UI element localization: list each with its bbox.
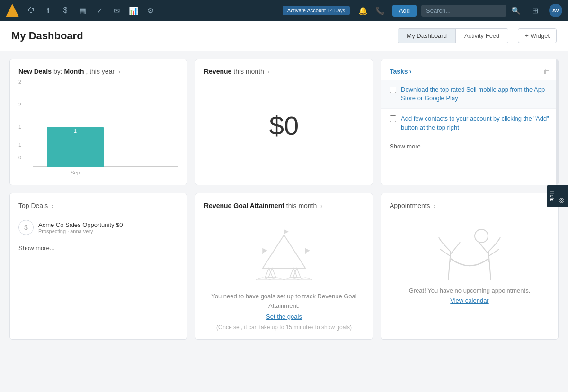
mountain-illustration (246, 226, 322, 287)
new-deals-title: New Deals by: Month , this year › (18, 68, 178, 75)
deal-amount-value: $0 (116, 221, 123, 228)
new-deals-label: New Deals (18, 68, 52, 75)
chart-bar-sep: 1 (47, 127, 104, 167)
revenue-goal-label: Revenue Goal Attainment (204, 202, 284, 209)
deals-show-more[interactable]: Show more... (18, 244, 55, 252)
top-navigation: ⏱ ℹ $ ▦ ✓ ✉ 📊 ⚙ Activate Account 14 Days… (0, 0, 568, 21)
goal-illustration (204, 216, 364, 292)
revenue-period-text: this month (233, 68, 264, 75)
top-deals-label: Top Deals (18, 202, 48, 209)
top-deals-card: Top Deals › $ Acme Co Sales Opportunity … (9, 193, 187, 340)
revenue-card: Revenue this month › $0 (195, 59, 373, 185)
appointments-body: Great! You have no upcoming appointments… (390, 287, 550, 294)
deal-item: $ Acme Co Sales Opportunity $0 Prospecti… (18, 216, 178, 239)
grid-icon[interactable]: ⊞ (527, 3, 542, 18)
add-button[interactable]: Add (392, 5, 417, 17)
tasks-arrow-icon: › (409, 68, 412, 75)
activate-account-button[interactable]: Activate Account 14 Days (283, 6, 350, 15)
set-goals-link[interactable]: Set the goals (204, 313, 364, 320)
hammock-illustration (436, 226, 503, 282)
scrollbar-indicator (556, 59, 558, 185)
tab-activity-feed[interactable]: Activity Feed (456, 29, 508, 43)
info-icon[interactable]: ℹ (41, 3, 56, 18)
tasks-title: Tasks (390, 68, 408, 75)
main-content: New Deals by: Month , this year › 2 2 1 … (0, 51, 568, 347)
task-1-text: Download the top rated Sell mobile app f… (401, 86, 550, 103)
tab-my-dashboard[interactable]: My Dashboard (398, 29, 455, 43)
appointments-illustration (390, 216, 550, 287)
deal-sub: Prospecting · anna very (38, 228, 123, 234)
task-item-1: Download the top rated Sell mobile app f… (381, 80, 558, 109)
revenue-label: Revenue (204, 68, 231, 75)
add-widget-button[interactable]: + Widget (518, 28, 557, 43)
revenue-goal-title: Revenue Goal Attainment this month › (204, 202, 364, 209)
tasks-show-more[interactable]: Show more... (390, 143, 550, 150)
appointments-label: Appointments (390, 202, 430, 209)
check-icon[interactable]: ✓ (92, 3, 107, 18)
svg-marker-2 (284, 229, 289, 234)
notifications-icon[interactable]: 🔔 (355, 3, 371, 18)
svg-point-12 (475, 229, 488, 243)
page-title: My Dashboard (11, 30, 398, 42)
svg-marker-6 (305, 248, 310, 253)
task-item-2: Add few contacts to your account by clic… (390, 109, 550, 138)
chart-y-2-top: 2 (18, 79, 21, 85)
avatar[interactable]: AV (549, 4, 562, 17)
dashboard-grid: New Deals by: Month , this year › 2 2 1 … (9, 59, 559, 340)
chart-line-1 (33, 105, 178, 105)
deal-info: Acme Co Sales Opportunity $0 Prospecting… (38, 221, 123, 234)
new-deals-period: , (86, 68, 89, 75)
revenue-goal-period: this month (286, 202, 317, 209)
appointments-title: Appointments › (390, 202, 550, 209)
mail-icon[interactable]: ✉ (109, 3, 124, 18)
task-2-text: Add few contacts to your account by clic… (401, 114, 550, 131)
new-deals-arrow: › (118, 69, 120, 75)
deal-icon: $ (18, 220, 34, 235)
chart-y-1-top: 1 (18, 124, 21, 130)
search-input[interactable] (421, 5, 506, 17)
view-calendar-link[interactable]: View calendar (390, 297, 550, 304)
top-deals-arrow: › (52, 203, 53, 209)
new-deals-by: by: (53, 68, 64, 75)
search-icon[interactable]: 🔍 (508, 3, 524, 18)
tasks-header: Tasks › 🗑 (390, 68, 550, 75)
activate-label: Activate Account (287, 8, 326, 13)
dollar-icon[interactable]: $ (58, 3, 73, 18)
tasks-link[interactable]: Tasks › (390, 68, 411, 75)
revenue-value: $0 (204, 82, 364, 169)
help-label: Help (550, 191, 555, 201)
tab-group: My Dashboard Activity Feed (398, 28, 508, 43)
help-button[interactable]: ⓪ Help (547, 185, 568, 207)
revenue-goal-card: Revenue Goal Attainment this month › (195, 193, 373, 340)
revenue-goal-note: (Once set, it can take up to 15 minutes … (204, 324, 364, 331)
settings-icon[interactable]: ⚙ (143, 3, 158, 18)
deal-name-text: Acme Co Sales Opportunity (38, 221, 114, 228)
top-deals-title: Top Deals › (18, 202, 178, 209)
svg-marker-0 (263, 235, 305, 268)
revenue-title: Revenue this month › (204, 68, 364, 75)
chart-y-0: 0 (18, 155, 21, 160)
app-logo[interactable] (6, 4, 19, 17)
tasks-card: Tasks › 🗑 Download the top rated Sell mo… (381, 59, 559, 185)
deal-name: Acme Co Sales Opportunity $0 (38, 221, 123, 228)
new-deals-card: New Deals by: Month , this year › 2 2 1 … (9, 59, 187, 185)
task-1-checkbox[interactable] (390, 87, 396, 93)
timer-icon[interactable]: ⏱ (24, 3, 39, 18)
task-2-checkbox[interactable] (390, 115, 396, 122)
revenue-goal-arrow: › (320, 203, 322, 209)
chart-icon[interactable]: 📊 (126, 3, 141, 18)
calendar-icon[interactable]: ▦ (75, 3, 90, 18)
chart-bar-value: 1 (74, 127, 77, 134)
appointments-arrow: › (434, 203, 436, 209)
chart-y-1-bot: 1 (18, 142, 21, 148)
activate-days: 14 Days (328, 8, 345, 13)
chart-bar-container: 1 (47, 127, 104, 167)
chart-line-top (33, 82, 178, 82)
phone-icon[interactable]: 📞 (373, 3, 388, 18)
new-deals-year: this year (89, 68, 115, 75)
revenue-goal-body: You need to have goals set up to track R… (204, 292, 364, 310)
chart-y-2-mid: 2 (18, 102, 21, 107)
appointments-card: Appointments › (381, 193, 559, 340)
tasks-delete-icon[interactable]: 🗑 (543, 68, 550, 75)
svg-marker-4 (263, 248, 267, 253)
